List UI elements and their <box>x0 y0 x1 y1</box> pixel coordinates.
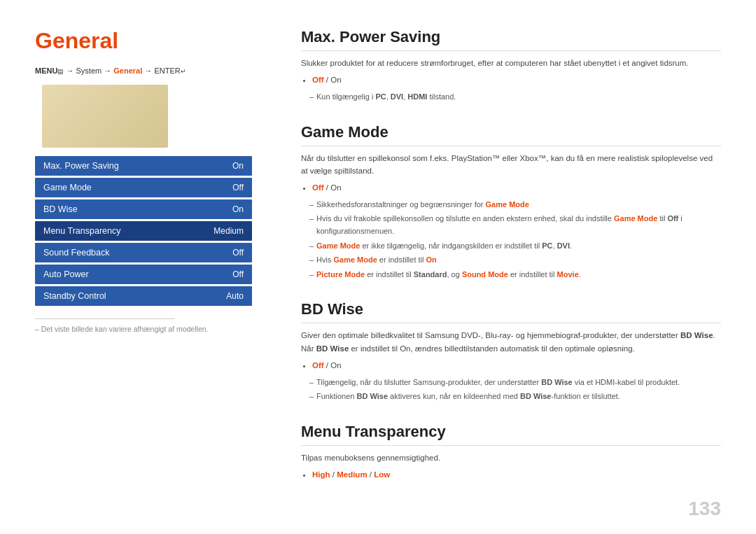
left-panel: General MENU▤ → System → General → ENTER… <box>35 28 273 513</box>
menu-item-standby-control[interactable]: Standby ControlAuto <box>35 286 252 306</box>
max-power-saving-desc: Slukker produktet for at reducere strømf… <box>301 57 721 69</box>
note-item: Sikkerhedsforanstaltninger og begrænsnin… <box>309 199 721 211</box>
note-item: Game Mode er ikke tilgængelig, når indga… <box>309 240 721 253</box>
game-mode-heading: Game Mode <box>301 123 721 146</box>
menu-item-bd-wise[interactable]: BD WiseOn <box>35 199 252 219</box>
bullet-item: Off / On <box>312 359 721 373</box>
section-menu-transparency: Menu TransparencyTilpas menuboksens genn… <box>301 423 721 482</box>
menu-list: Max. Power SavingOnGame ModeOffBD WiseOn… <box>35 156 252 306</box>
bd-wise-desc: Giver den optimale billedkvalitet til Sa… <box>301 329 721 355</box>
menu-path: MENU▤ → System → General → ENTER↵ <box>35 66 252 75</box>
divider <box>35 318 175 319</box>
bullet-item: High / Medium / Low <box>312 468 721 482</box>
menu-item-max-power-saving[interactable]: Max. Power SavingOn <box>35 156 252 176</box>
menu-item-menu-transparency[interactable]: Menu TransparencyMedium <box>35 221 252 241</box>
menu-transparency-desc: Tilpas menuboksens gennemsigtighed. <box>301 451 721 464</box>
note-item: Picture Mode er indstillet til Standard,… <box>309 269 721 281</box>
note-item: Hvis du vil frakoble spillekonsollen og … <box>309 213 721 237</box>
max-power-saving-heading: Max. Power Saving <box>301 28 721 51</box>
menu-item-auto-power[interactable]: Auto PowerOff <box>35 265 252 284</box>
bullet-item: Off / On <box>312 73 721 87</box>
menu-transparency-heading: Menu Transparency <box>301 423 721 446</box>
footnote: – Det viste billede kan variere afhængig… <box>35 325 252 333</box>
device-image <box>42 85 168 148</box>
note-item: Kun tilgængelig i PC, DVI, HDMI tilstand… <box>309 91 721 104</box>
note-item: Tilgængelig, når du tilslutter Samsung-p… <box>309 377 721 389</box>
game-mode-desc: Når du tilslutter en spillekonsol som f.… <box>301 152 721 178</box>
section-bd-wise: BD WiseGiver den optimale billedkvalitet… <box>301 300 721 403</box>
note-item: Funktionen BD Wise aktiveres kun, når en… <box>309 391 721 403</box>
bd-wise-heading: BD Wise <box>301 300 721 323</box>
note-item: Hvis Game Mode er indstillet til On <box>309 254 721 267</box>
section-game-mode: Game ModeNår du tilslutter en spillekons… <box>301 123 721 281</box>
section-max-power-saving: Max. Power SavingSlukker produktet for a… <box>301 28 721 104</box>
page-number: 133 <box>688 498 721 520</box>
menu-item-sound-feedback[interactable]: Sound FeedbackOff <box>35 243 252 262</box>
bullet-item: Off / On <box>312 181 721 195</box>
right-panel: Max. Power SavingSlukker produktet for a… <box>273 28 721 513</box>
menu-item-game-mode[interactable]: Game ModeOff <box>35 178 252 197</box>
page-title: General <box>35 28 252 54</box>
